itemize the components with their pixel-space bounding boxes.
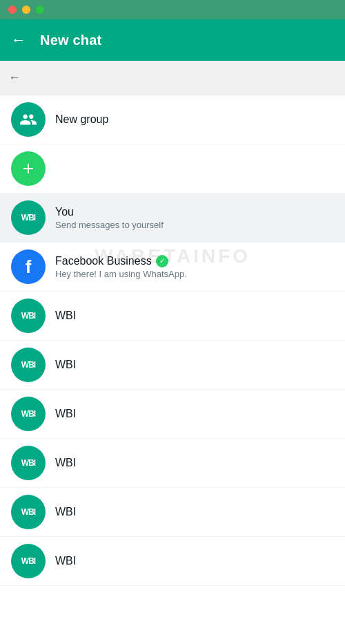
item-info: WBI bbox=[55, 359, 334, 371]
contact-name: WBI bbox=[55, 310, 334, 322]
search-back-button[interactable]: ← bbox=[8, 70, 21, 85]
verified-badge: ✓ bbox=[156, 255, 168, 267]
contact-name: WBI bbox=[55, 555, 334, 567]
search-bar: ← bbox=[0, 61, 345, 95]
contact-name: New group bbox=[55, 113, 334, 126]
avatar: WBI bbox=[11, 495, 46, 529]
search-input[interactable] bbox=[28, 72, 337, 84]
avatar bbox=[11, 151, 46, 186]
item-info: WBI bbox=[55, 555, 334, 567]
list-item[interactable]: WBI WBI bbox=[0, 537, 345, 586]
item-info: Facebook Business ✓ Hey there! I am usin… bbox=[55, 255, 334, 279]
list-item[interactable]: WBI You Send messages to yourself bbox=[0, 193, 345, 243]
avatar-label: WBI bbox=[21, 311, 35, 321]
contact-name: WBI bbox=[55, 359, 334, 371]
item-info: WBI bbox=[55, 408, 334, 420]
avatar: WBI bbox=[11, 348, 46, 382]
traffic-light-red[interactable] bbox=[8, 6, 17, 14]
avatar: WBI bbox=[11, 446, 46, 480]
list-item[interactable]: WBI WBI bbox=[0, 341, 345, 390]
avatar: WBI bbox=[11, 299, 46, 333]
title-bar bbox=[0, 0, 345, 19]
contact-list: New group WBI You Send messages to yours… bbox=[0, 95, 345, 644]
avatar bbox=[11, 102, 46, 137]
avatar-label: WBI bbox=[21, 556, 35, 566]
avatar-label: WBI bbox=[21, 213, 35, 222]
list-item[interactable]: WBI WBI bbox=[0, 292, 345, 341]
traffic-light-yellow[interactable] bbox=[22, 6, 30, 14]
list-item[interactable] bbox=[0, 144, 345, 193]
list-item[interactable]: WBI WBI bbox=[0, 390, 345, 439]
item-info: New group bbox=[55, 113, 334, 126]
header: ← New chat bbox=[0, 19, 345, 61]
avatar: WBI bbox=[11, 397, 46, 431]
list-item[interactable]: WBI WBI bbox=[0, 488, 345, 537]
avatar-label: WBI bbox=[21, 409, 35, 419]
contact-subtitle: Send messages to yourself bbox=[55, 220, 334, 230]
contact-name: Facebook Business ✓ bbox=[55, 255, 334, 267]
list-item[interactable]: New group bbox=[0, 95, 345, 144]
page-title: New chat bbox=[40, 32, 101, 48]
back-button[interactable]: ← bbox=[11, 31, 26, 49]
list-item[interactable]: f Facebook Business ✓ Hey there! I am us… bbox=[0, 243, 345, 292]
avatar: WBI bbox=[11, 544, 46, 578]
item-info: WBI bbox=[55, 457, 334, 469]
avatar: f bbox=[11, 249, 46, 284]
item-info: WBI bbox=[55, 506, 334, 518]
contact-name: You bbox=[55, 206, 334, 218]
list-item[interactable]: WBI WBI bbox=[0, 439, 345, 488]
avatar-label: WBI bbox=[21, 507, 35, 517]
traffic-light-green[interactable] bbox=[36, 6, 44, 14]
item-info: You Send messages to yourself bbox=[55, 206, 334, 230]
avatar-label: WBI bbox=[21, 458, 35, 468]
item-info: WBI bbox=[55, 310, 334, 322]
contact-name: WBI bbox=[55, 457, 334, 469]
avatar-label: f bbox=[26, 256, 32, 278]
avatar: WBI bbox=[11, 200, 46, 235]
avatar-label: WBI bbox=[21, 360, 35, 370]
contact-name: WBI bbox=[55, 408, 334, 420]
contact-name: WBI bbox=[55, 506, 334, 518]
contact-subtitle: Hey there! I am using WhatsApp. bbox=[55, 269, 334, 279]
